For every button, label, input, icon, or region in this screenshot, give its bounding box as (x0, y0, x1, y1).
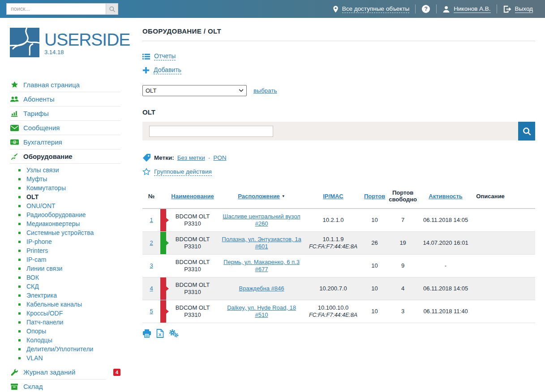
bullet-icon (18, 357, 21, 359)
col-activity: Активность (419, 185, 472, 209)
sidebar-subitem-odf[interactable]: Кроссы/ODF (10, 309, 120, 318)
device-name: BDCOM OLT P3310 (166, 277, 219, 300)
list-icon (142, 53, 150, 60)
export-excel-button[interactable]: X (156, 329, 164, 338)
bullet-icon (18, 294, 21, 297)
sidebar-subitem-radio[interactable]: Радиооборудование (10, 210, 120, 219)
sidebar-item-task-journal[interactable]: Журнал заданий 4 (10, 365, 120, 379)
sidebar-subitem-switches[interactable]: Коммутаторы (10, 183, 120, 192)
location-link[interactable]: Dalkey, ул. Hyde Road, 18 #510 (227, 304, 296, 318)
sidebar-subitem-ip-cam[interactable]: IP-cam (10, 255, 120, 264)
sidebar-subitem-cable-channels[interactable]: Кабельные каналы (10, 300, 120, 309)
col-location: Расположение▼ (219, 185, 304, 209)
brand-block: USERSIDE 3.14.18 (44, 28, 130, 55)
sidebar-subitem-couplings[interactable]: Муфты (10, 175, 120, 183)
sort-activity-link[interactable]: Активность (429, 193, 462, 200)
free-ports-cell: 7 (387, 209, 419, 232)
type-select-row: OLT выбрать (142, 85, 535, 96)
sidebar-subitem-olt[interactable]: OLT (10, 192, 120, 201)
tag-none-link[interactable]: Без метки (177, 154, 205, 161)
table-search-button[interactable] (518, 122, 535, 141)
bullet-icon (18, 330, 21, 332)
location-link[interactable]: Враждебна #846 (239, 285, 284, 292)
sidebar-subitem-ip-phone[interactable]: IP-phone (10, 237, 120, 246)
location-link[interactable]: Пермь, ул. Макаренко, 6 п.3 #677 (223, 259, 300, 273)
logo[interactable]: USERSIDE 3.14.18 (10, 28, 142, 57)
row-number-link[interactable]: 3 (150, 262, 153, 269)
table-row: 4 BDCOM OLT P3310 Враждебна #846 10.200.… (142, 277, 535, 300)
bullet-icon (18, 259, 21, 261)
svg-text:X: X (159, 332, 162, 337)
banknote-icon: 0 (10, 139, 19, 145)
bullet-icon (18, 187, 21, 189)
sidebar-item-equipment[interactable]: Оборудование (10, 149, 120, 163)
sort-name-link[interactable]: Наименование (171, 193, 214, 200)
sidebar-item-subscribers[interactable]: Абоненты (10, 92, 120, 106)
add-link[interactable]: Добавить (154, 66, 181, 74)
col-description: Описание (472, 185, 508, 209)
global-search-button[interactable] (106, 3, 118, 15)
description-cell (472, 232, 508, 255)
sidebar-item-messages[interactable]: Сообщения (10, 121, 120, 135)
sidebar-subitem-nodes[interactable]: Узлы связи (10, 166, 120, 175)
main-content: ОБОРУДОВАНИЕ / OLT Отчеты Добавить OLT в… (142, 18, 535, 338)
sidebar-subitem-vlan[interactable]: VLAN (10, 354, 120, 362)
description-cell (472, 255, 508, 277)
location-link[interactable]: Полазна, ул. Энтузиастов, 1а #601 (222, 236, 301, 250)
sidebar-item-home[interactable]: Главная страница (10, 78, 120, 92)
sidebar-subitem-system-devices[interactable]: Системные устройства (10, 228, 120, 237)
logout-link[interactable]: Выход (515, 5, 533, 13)
global-search-input[interactable] (6, 3, 106, 15)
bullet-icon (18, 196, 21, 198)
spacer-cell (508, 300, 535, 323)
sidebar-subitem-patch-panels[interactable]: Патч-панели (10, 318, 120, 327)
choose-link[interactable]: выбрать (253, 87, 277, 94)
equipment-type-select[interactable]: OLT (142, 85, 247, 96)
sidebar-subitem-electrics[interactable]: Электрика (10, 291, 120, 300)
status-indicator (160, 232, 166, 254)
device-name: BDCOM OLT P3310 (166, 232, 219, 255)
ports-cell: 10 (362, 277, 387, 300)
sidebar-subitem-printers[interactable]: Printers (10, 246, 120, 255)
table-settings-button[interactable] (169, 329, 179, 338)
logout-item[interactable]: Выход (497, 5, 539, 13)
reports-link[interactable]: Отчеты (154, 52, 176, 60)
user-link[interactable]: Никонов А.В. (454, 5, 490, 13)
spacer-cell (508, 209, 535, 232)
group-actions-link[interactable]: Групповые действия (154, 168, 212, 176)
row-number-link[interactable]: 2 (150, 239, 153, 246)
print-button[interactable] (142, 329, 151, 338)
sidebar-subitem-mediaconverters[interactable]: Медиаконвертеры (10, 219, 120, 228)
topbar: Все доступные объекты ? Никонов А.В. Вы (0, 0, 545, 18)
sidebar-subitem-lines[interactable]: Линии связи (10, 264, 120, 273)
activity-cell: - (419, 255, 472, 277)
userside-logo-icon (10, 28, 39, 57)
tag-pon-link[interactable]: PON (213, 154, 226, 161)
sidebar-subitem-skd[interactable]: СКД (10, 282, 120, 291)
sidebar-subitem-splitters[interactable]: Делители/Уплотнители (10, 345, 120, 354)
location-link[interactable]: Шасливе центральний вузол #260 (223, 213, 300, 227)
sort-ip-link[interactable]: IP/MAC (323, 193, 343, 200)
user-item[interactable]: Никонов А.В. (437, 5, 496, 13)
sort-ports-link[interactable]: Портов (364, 193, 385, 200)
row-number-link[interactable]: 1 (150, 217, 153, 223)
all-objects-item[interactable]: Все доступные объекты (327, 5, 416, 13)
sidebar-subitem-vok[interactable]: ВОК (10, 273, 120, 282)
table-filter-input[interactable] (149, 126, 273, 137)
sort-location-link[interactable]: Расположение (238, 193, 280, 200)
help-item[interactable]: ? (416, 4, 436, 13)
free-ports-cell: 3 (387, 300, 419, 323)
sidebar-item-accounting[interactable]: 0 Бухгалтерия (10, 135, 120, 149)
bullet-icon (18, 348, 21, 350)
sidebar-item-warehouse[interactable]: Склад (10, 379, 120, 392)
row-number-link[interactable]: 5 (150, 308, 153, 315)
status-indicator (160, 300, 166, 323)
all-objects-link[interactable]: Все доступные объекты (342, 5, 410, 13)
sidebar-subitem-poles[interactable]: Опоры (10, 327, 120, 336)
bullet-icon (18, 321, 21, 324)
sidebar-item-tariffs[interactable]: Тарифы (10, 107, 120, 120)
printer-icon (142, 329, 151, 338)
sidebar-subitem-onu[interactable]: ONU/ONT (10, 201, 120, 210)
row-number-link[interactable]: 4 (150, 285, 153, 292)
sidebar-subitem-wells[interactable]: Колодцы (10, 336, 120, 345)
